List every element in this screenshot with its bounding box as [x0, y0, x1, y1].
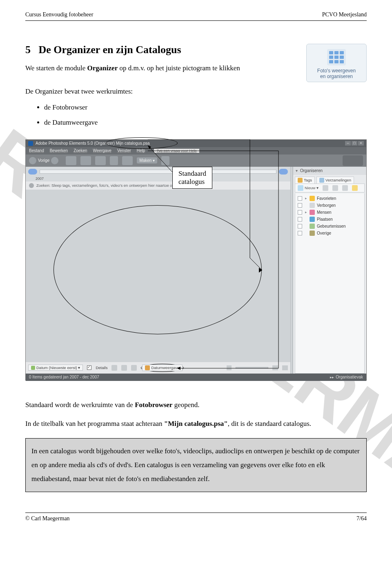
nieuw-dropdown[interactable]: Nieuw ▾	[298, 185, 318, 191]
window-title: Adobe Photoshop Elements 5.0 (Organizer)…	[36, 141, 150, 146]
workspaces-intro: De Organizer bevat twee werkruimtes:	[25, 86, 299, 98]
tag-row-gebeurtenissen[interactable]: Gebeurtenissen	[296, 223, 363, 230]
menu-help[interactable]: Help	[137, 148, 145, 153]
sidepanel-toolbar: Nieuw ▾	[295, 184, 365, 193]
tab-verzamelingen[interactable]: Verzamelingen	[316, 177, 354, 184]
hidden-icon	[310, 203, 315, 208]
titlebar[interactable]: Adobe Photoshop Elements 5.0 (Organizer)…	[26, 140, 366, 147]
workspaces-list: de Fotobrowser de Datumweergave	[44, 102, 299, 129]
app-icon	[28, 141, 33, 146]
maken-dropdown[interactable]: Maken ▾	[137, 157, 157, 163]
forward-icon	[51, 157, 58, 164]
sp-tool-1[interactable]	[323, 185, 328, 191]
tag-tree: ▸Favorieten Verborgen ▸Mensen Plaatsen G…	[295, 193, 365, 374]
zoom-slider[interactable]	[236, 367, 268, 369]
tag-icon	[298, 178, 303, 183]
status-right[interactable]: ▸▸ Organisatievak	[330, 375, 363, 379]
sp-tool-2[interactable]	[332, 185, 338, 191]
sp-tool-4[interactable]	[352, 185, 358, 191]
menu-bar[interactable]: Bestand Bewerken Zoeken Weergave Venster…	[26, 147, 366, 154]
section-heading: 5 De Organizer en zijn Catalogus	[25, 44, 299, 56]
details-checkbox[interactable]	[87, 365, 91, 370]
tag-row-verborgen[interactable]: Verborgen	[296, 202, 363, 209]
fotobrowser-highlight-ellipse	[53, 205, 262, 334]
running-footer: © Carl Maegerman 7/64	[25, 515, 367, 522]
redo-icon[interactable]	[121, 365, 127, 371]
new-icon	[298, 185, 303, 191]
status-bar: 0 Items gedateerd jan 2007 - dec 2007 ▸▸…	[26, 374, 366, 381]
timeline-track[interactable]	[40, 170, 276, 174]
view-icon[interactable]	[282, 365, 288, 370]
toolbar-button-6[interactable]	[161, 156, 169, 165]
footer-rule	[25, 513, 367, 513]
toolbar-button-2[interactable]	[80, 156, 91, 165]
camera-icon	[343, 155, 363, 166]
globe-icon	[310, 217, 315, 222]
details-label: Details	[96, 365, 107, 370]
running-header: Cursus Eenvoudig fotobeheer PCVO Meetjes…	[25, 11, 367, 18]
screenshot-figure: Standaard catalogus Adobe Photoshop Elem…	[25, 139, 367, 381]
collection-icon	[319, 178, 324, 183]
toolbar: Vorige Maken ▾	[26, 154, 366, 167]
info-box-catalogus: In een catalogus wordt bijgehouden over …	[25, 438, 367, 492]
menu-bewerken[interactable]: Bewerken	[50, 148, 68, 153]
thumb-small-icon[interactable]	[227, 365, 232, 370]
other-icon	[310, 231, 315, 236]
menu-weergave[interactable]: Weergave	[93, 148, 111, 153]
sort-dropdown[interactable]: Datum (Nieuwste eerst) ▾	[28, 365, 83, 371]
maximize-button[interactable]: □	[352, 141, 357, 146]
events-icon	[310, 224, 315, 229]
window-controls[interactable]: – □ ×	[345, 141, 364, 146]
callout-standaard-catalogus: Standaard catalogus	[172, 167, 212, 189]
back-icon	[29, 157, 36, 164]
photo-canvas[interactable]	[26, 190, 290, 362]
tag-row-favorieten[interactable]: ▸Favorieten	[296, 195, 363, 202]
timeline[interactable]	[26, 167, 290, 177]
nav-back[interactable]: Vorige	[29, 157, 58, 164]
organize-panel-header[interactable]: ▾ Organiseren	[293, 167, 366, 175]
header-right: PCVO Meetjesland	[322, 11, 367, 18]
paragraph-titelbalk: In de titelbalk van het programma staat …	[25, 418, 367, 430]
sp-tool-3[interactable]	[342, 185, 348, 191]
fotobrowser-pane: 2007 Zoeken: Sleep tags, verzamelingen, …	[26, 167, 290, 374]
workspace-datumweergave: de Datumweergave	[44, 117, 299, 129]
calendar-icon	[145, 365, 150, 370]
search-icon	[29, 183, 34, 188]
paragraph-fotobrowser-open: Standaard wordt de werkruimte van de Fot…	[25, 399, 367, 411]
toolbar-button-5[interactable]	[122, 156, 133, 165]
tag-row-mensen[interactable]: ▸Mensen	[296, 209, 363, 216]
menu-zoeken[interactable]: Zoeken	[74, 148, 87, 153]
intro-paragraph: We starten de module Organizer op d.m.v.…	[25, 63, 299, 74]
grid-icon	[327, 49, 346, 65]
datumweergave-highlight-oval: Datumweergave	[141, 364, 183, 372]
timeline-right-arrow[interactable]	[279, 169, 288, 175]
fotobrowser-bottom-bar: Datum (Nieuwste eerst) ▾ Details Datumwe…	[26, 362, 290, 374]
footer-right: 7/64	[356, 515, 367, 522]
tag-search-bar[interactable]: Zoeken: Sleep tags, verzamelingen, foto'…	[26, 181, 290, 190]
timeline-year: 2007	[26, 177, 290, 181]
datumweergave-button[interactable]: Datumweergave	[142, 365, 182, 371]
header-left: Cursus Eenvoudig fotobeheer	[25, 11, 93, 18]
workspace-fotobrowser: de Fotobrowser	[44, 102, 299, 114]
tag-row-plaatsen[interactable]: Plaatsen	[296, 216, 363, 223]
menu-bestand[interactable]: Bestand	[29, 148, 44, 153]
tag-row-overige[interactable]: Overige	[296, 230, 363, 237]
rotate-icon[interactable]	[131, 365, 137, 371]
tab-tags[interactable]: Tags	[295, 177, 315, 184]
close-button[interactable]: ×	[358, 141, 364, 146]
toolbar-button-4[interactable]	[110, 156, 118, 165]
toolbar-button-1[interactable]	[66, 156, 76, 165]
organize-panel: ▾ Organiseren Tags Verzamelingen	[293, 167, 366, 374]
toolbar-button-3[interactable]	[95, 156, 106, 165]
thumb-large-icon[interactable]	[272, 365, 278, 370]
status-left-text: 0 Items gedateerd jan 2007 - dec 2007	[29, 375, 99, 379]
header-rule	[25, 20, 367, 21]
people-icon	[310, 210, 315, 215]
menu-venster[interactable]: Venster	[117, 148, 131, 153]
help-search-box[interactable]: Typ een vraag voor Help	[154, 149, 199, 153]
star-icon	[310, 196, 315, 201]
timeline-left-arrow[interactable]	[28, 169, 37, 175]
undo-icon[interactable]	[111, 365, 117, 371]
minimize-button[interactable]: –	[345, 141, 351, 146]
organizer-launch-icon[interactable]: Foto's weergeven en organiseren	[306, 44, 367, 82]
